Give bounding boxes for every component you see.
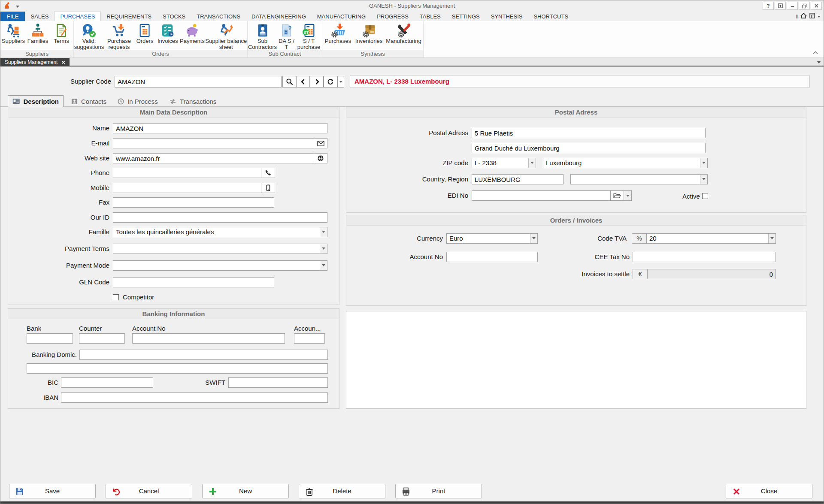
edi-no-input[interactable] bbox=[472, 190, 611, 201]
collapse-ribbon-icon[interactable] bbox=[812, 50, 819, 56]
style-button[interactable] bbox=[775, 2, 786, 10]
counter-input[interactable] bbox=[79, 333, 125, 344]
tab-transactions[interactable]: Transactions bbox=[165, 96, 221, 107]
ribbon-item-st-purchase[interactable]: ST S / T purchase bbox=[296, 22, 322, 50]
home-icon[interactable] bbox=[800, 12, 807, 20]
menu-tab-manufacturing[interactable]: MANUFACTURING bbox=[312, 12, 371, 21]
print-button[interactable]: Print bbox=[395, 484, 482, 498]
close-window-button[interactable] bbox=[811, 2, 822, 10]
menu-tab-sales[interactable]: SALES bbox=[25, 12, 54, 21]
menu-tab-settings[interactable]: SETTINGS bbox=[446, 12, 485, 21]
ribbon-item-supplier-balance-sheet[interactable]: Supplier balance sheet bbox=[205, 22, 247, 50]
postal-adress2-input[interactable] bbox=[472, 143, 706, 153]
phone-input[interactable] bbox=[113, 168, 261, 178]
postal-adress-input[interactable] bbox=[472, 128, 706, 138]
open-website-button[interactable] bbox=[314, 153, 327, 163]
gln-code-input[interactable] bbox=[113, 277, 274, 287]
oi-account-no-input[interactable] bbox=[446, 252, 538, 262]
previous-record-button[interactable] bbox=[296, 76, 310, 88]
search-button[interactable] bbox=[282, 76, 296, 88]
ribbon-item-orders[interactable]: Orders bbox=[134, 22, 156, 50]
ribbon-item-purchases-synthesis[interactable]: Purchases bbox=[323, 22, 354, 44]
name-input[interactable] bbox=[113, 123, 327, 133]
close-button[interactable]: Close bbox=[726, 484, 812, 498]
bic-input[interactable] bbox=[61, 377, 153, 388]
ribbon-item-purchase-requests[interactable]: Purchase requests bbox=[104, 22, 134, 50]
currency-select[interactable]: Euro bbox=[446, 233, 538, 244]
menu-tab-requirements[interactable]: REQUIREMENTS bbox=[101, 12, 157, 21]
payment-terms-select[interactable] bbox=[113, 244, 327, 254]
caret-down-icon bbox=[320, 244, 327, 254]
call-mobile-button[interactable] bbox=[261, 183, 275, 193]
banking-domic-input[interactable] bbox=[79, 350, 328, 360]
menu-tab-tables[interactable]: TABLES bbox=[414, 12, 446, 21]
menu-tab-shortcuts[interactable]: SHORTCUTS bbox=[528, 12, 574, 21]
info-icon[interactable]: i bbox=[796, 13, 798, 20]
tab-list-caret-icon[interactable] bbox=[817, 61, 821, 65]
refresh-button[interactable] bbox=[324, 76, 337, 88]
ribbon-item-families[interactable]: Families bbox=[26, 22, 50, 44]
edi-browse-button[interactable] bbox=[610, 190, 624, 201]
tab-description[interactable]: Description bbox=[8, 95, 64, 107]
website-input[interactable] bbox=[113, 153, 314, 163]
country-input[interactable] bbox=[472, 174, 563, 184]
supplier-code-input[interactable] bbox=[115, 76, 282, 88]
region-select[interactable] bbox=[570, 174, 708, 184]
active-checkbox[interactable] bbox=[702, 193, 708, 199]
ribbon-item-invoices[interactable]: Invoices bbox=[156, 22, 179, 50]
delete-button[interactable]: Delete bbox=[299, 484, 385, 498]
mobile-input[interactable] bbox=[113, 183, 261, 193]
payment-mode-select[interactable] bbox=[113, 260, 327, 271]
ribbon-item-terms[interactable]: Terms bbox=[50, 22, 73, 44]
menu-tab-purchases[interactable]: PURCHASES bbox=[54, 12, 101, 21]
zip-code-select[interactable]: L- 2338 bbox=[472, 158, 536, 168]
next-record-button[interactable] bbox=[310, 76, 324, 88]
bank-input[interactable] bbox=[27, 333, 73, 344]
tab-contacts[interactable]: Contacts bbox=[67, 96, 111, 107]
iban-input[interactable] bbox=[61, 392, 328, 403]
new-button[interactable]: New bbox=[202, 484, 289, 498]
code-tva-select[interactable]: 20 bbox=[646, 233, 776, 244]
save-button[interactable]: Save bbox=[9, 484, 96, 498]
ribbon-item-da-st[interactable]: ? DA S / T bbox=[277, 22, 296, 50]
account-short-input[interactable] bbox=[294, 333, 325, 344]
cancel-button[interactable]: Cancel bbox=[106, 484, 192, 498]
our-id-input[interactable] bbox=[113, 212, 327, 223]
menu-tab-data-engineering[interactable]: DATA ENGINEERING bbox=[246, 12, 312, 21]
edi-options-caret[interactable] bbox=[624, 190, 632, 201]
famille-select[interactable]: Toutes les quincailleries générales bbox=[113, 227, 327, 237]
tab-in-process[interactable]: In Process bbox=[113, 96, 162, 107]
banking-domic2-input[interactable] bbox=[27, 363, 328, 374]
help-button[interactable]: ? bbox=[763, 2, 774, 10]
bank-account-no-input[interactable] bbox=[132, 333, 285, 344]
send-email-button[interactable] bbox=[314, 138, 327, 148]
menu-tab-transactions[interactable]: TRANSACTIONS bbox=[191, 12, 246, 21]
ribbon-item-manufacturing-synthesis[interactable]: Manufacturing bbox=[385, 22, 423, 44]
competitor-checkbox[interactable] bbox=[113, 294, 119, 300]
ribbon-item-valid-suggestions[interactable]: Valid. suggestions bbox=[74, 22, 104, 50]
menu-tab-stocks[interactable]: STOCKS bbox=[157, 12, 191, 21]
calculator-icon[interactable] bbox=[809, 12, 815, 20]
menu-tab-synthesis[interactable]: SYNTHESIS bbox=[485, 12, 528, 21]
menu-tab-progress[interactable]: PROGRESS bbox=[371, 12, 414, 21]
minimize-button[interactable] bbox=[787, 2, 798, 10]
restore-button[interactable] bbox=[799, 2, 810, 10]
ribbon-item-payments[interactable]: Payments bbox=[179, 22, 205, 50]
ribbon-item-inventories-synthesis[interactable]: Inventories bbox=[354, 22, 385, 44]
cee-tax-no-input[interactable] bbox=[633, 252, 776, 262]
swift-input[interactable] bbox=[228, 377, 328, 388]
ribbon-item-sub-contractors[interactable]: Sub Contractors bbox=[248, 22, 277, 50]
fax-input[interactable] bbox=[113, 197, 274, 208]
calculator-caret-icon[interactable] bbox=[818, 16, 820, 19]
supplier-summary: AMAZON, L- 2338 Luxembourg bbox=[350, 75, 810, 88]
refresh-options-caret[interactable] bbox=[337, 76, 344, 88]
call-phone-button[interactable] bbox=[261, 168, 275, 178]
email-input[interactable] bbox=[113, 138, 314, 148]
close-tab-icon[interactable] bbox=[61, 60, 65, 64]
doc-tab-suppliers-management[interactable]: Suppliers Management bbox=[0, 58, 70, 66]
bank-account-no-label: Account No bbox=[132, 324, 166, 333]
ribbon-item-suppliers[interactable]: Suppliers bbox=[1, 22, 26, 44]
notes-area[interactable] bbox=[346, 311, 806, 409]
menu-tab-file[interactable]: FILE bbox=[0, 12, 25, 21]
city-select[interactable]: Luxembourg bbox=[543, 158, 708, 168]
